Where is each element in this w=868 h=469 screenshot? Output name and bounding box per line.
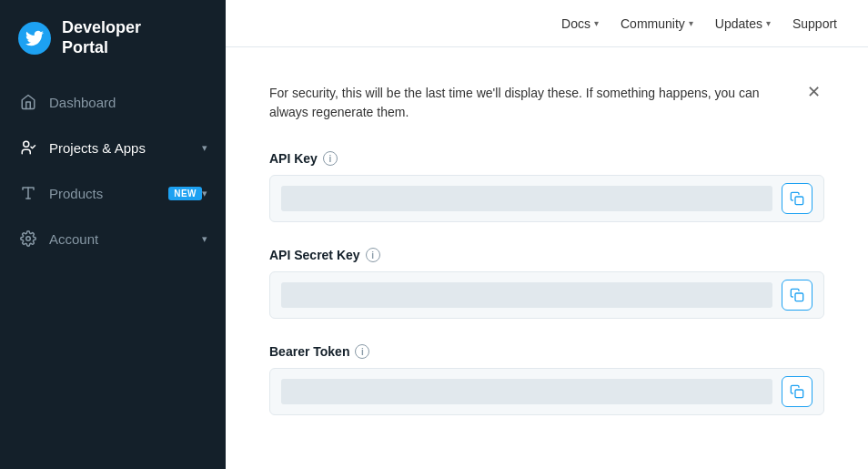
twitter-logo [18, 22, 51, 55]
copy-icon-2 [790, 288, 804, 302]
docs-label: Docs [561, 16, 590, 31]
main-content: For security, this will be the last time… [226, 47, 868, 469]
logo-area: Developer Portal [0, 0, 226, 79]
api-secret-key-label-text: API Secret Key [269, 248, 360, 262]
products-new-badge: NEW [168, 187, 202, 200]
account-chevron-icon: ▾ [202, 233, 207, 245]
projects-icon [18, 138, 38, 158]
api-secret-info-icon[interactable]: i [366, 248, 380, 262]
svg-rect-6 [795, 390, 803, 398]
dashboard-label: Dashboard [49, 95, 207, 110]
security-text: For security, this will be the last time… [269, 84, 779, 122]
community-chevron-icon: ▾ [689, 18, 693, 28]
products-chevron-icon: ▾ [202, 188, 207, 199]
community-label: Community [621, 16, 685, 31]
bearer-token-section: Bearer Token i [269, 344, 824, 415]
api-key-value [281, 186, 772, 211]
support-label: Support [792, 16, 837, 31]
account-icon [18, 229, 38, 249]
products-label: Products [49, 186, 161, 201]
api-key-label: API Key i [269, 151, 824, 166]
bearer-token-info-icon[interactable]: i [355, 344, 369, 359]
bearer-token-label: Bearer Token i [269, 344, 824, 359]
home-icon [18, 92, 38, 112]
updates-chevron-icon: ▾ [766, 18, 771, 28]
api-key-field-box [269, 175, 824, 222]
svg-point-0 [24, 141, 29, 147]
api-secret-key-value [281, 282, 772, 308]
nav-updates[interactable]: Updates ▾ [706, 11, 780, 36]
api-secret-key-label: API Secret Key i [269, 248, 824, 262]
top-nav: Docs ▾ Community ▾ Updates ▾ Support [226, 0, 868, 47]
svg-rect-4 [795, 197, 803, 205]
nav-items: Docs ▾ Community ▾ Updates ▾ Support [552, 11, 846, 36]
close-button[interactable]: ✕ [803, 84, 824, 100]
sidebar: Developer Portal Dashboard [0, 0, 226, 469]
bearer-token-copy-button[interactable] [782, 376, 812, 407]
api-key-copy-button[interactable] [782, 183, 812, 214]
docs-chevron-icon: ▾ [594, 18, 599, 28]
copy-icon-3 [790, 384, 804, 399]
nav-support[interactable]: Support [783, 11, 846, 36]
copy-icon [790, 191, 804, 206]
api-key-label-text: API Key [269, 151, 318, 166]
updates-label: Updates [715, 16, 762, 31]
api-key-info-icon[interactable]: i [323, 151, 338, 166]
sidebar-item-projects-apps[interactable]: Projects & Apps ▾ [0, 125, 226, 170]
projects-apps-label: Projects & Apps [49, 140, 202, 156]
products-icon [18, 183, 38, 203]
sidebar-item-products[interactable]: Products NEW ▾ [0, 170, 226, 216]
security-notice: For security, this will be the last time… [269, 84, 824, 122]
projects-chevron-icon: ▾ [202, 142, 207, 154]
api-secret-key-field-box [269, 271, 824, 319]
account-label: Account [49, 231, 202, 247]
portal-title: Developer Portal [62, 18, 141, 57]
api-key-section: API Key i [269, 151, 824, 222]
nav-docs[interactable]: Docs ▾ [552, 11, 608, 36]
svg-point-3 [26, 237, 31, 241]
bearer-token-value [281, 379, 772, 404]
bearer-token-label-text: Bearer Token [269, 344, 349, 359]
nav-community[interactable]: Community ▾ [611, 11, 702, 36]
api-secret-key-copy-button[interactable] [782, 280, 812, 311]
api-secret-key-section: API Secret Key i [269, 248, 824, 319]
svg-rect-5 [795, 293, 803, 301]
sidebar-item-account[interactable]: Account ▾ [0, 216, 226, 261]
sidebar-nav: Dashboard Projects & Apps ▾ [0, 79, 226, 469]
sidebar-item-dashboard[interactable]: Dashboard [0, 79, 226, 125]
bearer-token-field-box [269, 368, 824, 415]
